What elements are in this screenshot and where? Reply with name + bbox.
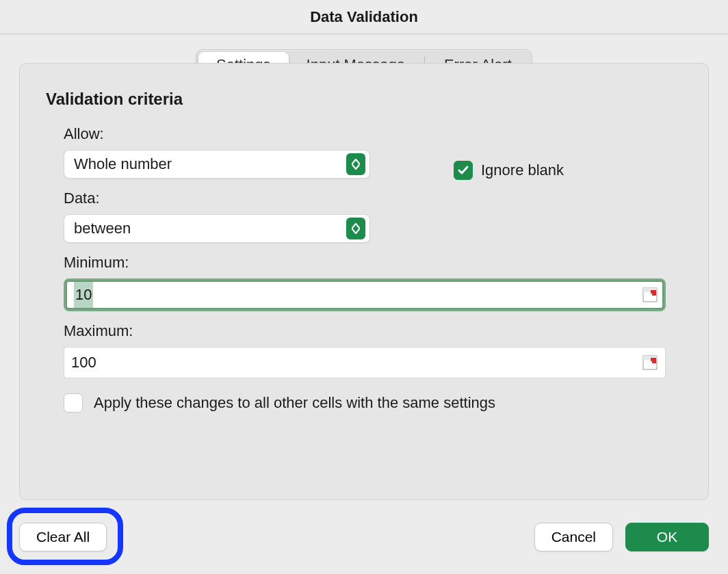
maximum-input[interactable]: 100 [64,347,666,378]
section-title: Validation criteria [46,90,682,109]
form-area: Allow: Whole number Ignore blank Data: [64,125,682,413]
title-bar: Data Validation [0,0,728,34]
apply-label: Apply these changes to all other cells w… [94,394,495,412]
ok-button[interactable]: OK [625,523,709,551]
dialog-footer: Clear All Cancel OK [0,500,728,574]
data-value: between [74,220,346,237]
range-picker-icon[interactable] [642,355,658,370]
updown-stepper-icon [346,218,365,239]
ignore-blank-row: Ignore blank [454,161,564,180]
data-label: Data: [64,190,682,207]
data-select[interactable]: between [64,214,370,243]
allow-value: Whole number [74,155,346,173]
check-icon [457,164,469,177]
button-label: Cancel [551,529,596,545]
button-label: Clear All [36,529,90,545]
maximum-label: Maximum: [64,322,682,340]
allow-select[interactable]: Whole number [64,150,370,179]
window-title: Data Validation [310,8,418,26]
minimum-value: 10 [74,282,93,308]
apply-checkbox[interactable] [64,393,83,413]
cancel-button[interactable]: Cancel [534,523,613,551]
minimum-input[interactable]: 10 [66,281,664,309]
ignore-blank-label: Ignore blank [481,161,564,179]
apply-row: Apply these changes to all other cells w… [64,393,682,413]
updown-stepper-icon [346,153,365,175]
maximum-input-wrap: 100 [64,347,666,378]
allow-label: Allow: [64,125,682,143]
range-picker-icon[interactable] [642,287,658,302]
button-label: OK [657,529,677,545]
minimum-input-wrap: 10 [64,278,666,311]
maximum-value: 100 [71,354,96,371]
ignore-blank-checkbox[interactable] [454,161,473,180]
minimum-label: Minimum: [64,254,682,272]
clear-all-button[interactable]: Clear All [19,523,107,551]
settings-panel: Validation criteria Allow: Whole number … [19,63,709,500]
